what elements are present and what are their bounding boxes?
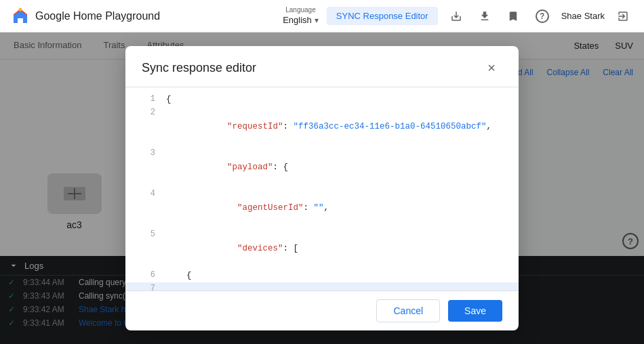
user-name: Shae Stark (561, 11, 605, 21)
download-icon-button[interactable] (475, 6, 495, 26)
language-label: Language (285, 6, 316, 14)
cancel-button[interactable]: Cancel (376, 299, 440, 322)
google-home-logo (11, 7, 30, 26)
modal-backdrop: Sync response editor × 1 { 2 "requestId"… (0, 33, 644, 344)
code-editor[interactable]: 1 { 2 "requestId": "ff36a3cc-ec34-11e6-b… (125, 87, 519, 291)
modal-footer: Cancel Save (125, 291, 519, 330)
help-icon-button[interactable]: ? (531, 5, 553, 27)
code-line-5: 5 "devices": [ (125, 228, 519, 269)
download-icon (479, 10, 491, 22)
svg-point-0 (19, 7, 22, 11)
language-value: English (283, 15, 312, 25)
code-line-6: 6 { (125, 269, 519, 282)
app-title: Google Home Playground (35, 10, 160, 22)
sync-response-editor-modal: Sync response editor × 1 { 2 "requestId"… (125, 46, 519, 330)
help-circle-icon: ? (536, 9, 549, 23)
navbar: Google Home Playground Language English … (0, 0, 644, 33)
language-selector[interactable]: Language English (283, 6, 319, 26)
logout-icon-button[interactable] (613, 6, 633, 26)
export-icon (450, 10, 462, 22)
save-button[interactable]: Save (448, 300, 502, 322)
logo-area: Google Home Playground (11, 7, 160, 26)
language-select-row[interactable]: English (283, 14, 319, 26)
modal-title: Sync response editor (142, 61, 256, 75)
export-icon-button[interactable] (446, 6, 466, 26)
code-line-1: 1 { (125, 93, 519, 106)
chevron-down-icon (315, 14, 319, 26)
code-line-4: 4 "agentUserId": "", (125, 188, 519, 228)
bookmark-icon (507, 10, 519, 22)
sync-response-editor-button[interactable]: SYNC Response Editor (327, 7, 438, 25)
modal-header: Sync response editor × (125, 46, 519, 87)
code-line-2: 2 "requestId": "ff36a3cc-ec34-11e6-b1a0-… (125, 106, 519, 147)
main-content: Basic Information Traits Attributes Stat… (0, 33, 644, 344)
code-line-3: 3 "payload": { (125, 147, 519, 188)
code-line-7: 7 "id": "ac3", (125, 282, 519, 291)
logout-icon (617, 10, 629, 22)
modal-close-button[interactable]: × (481, 57, 502, 79)
bookmark-icon-button[interactable] (503, 6, 523, 26)
